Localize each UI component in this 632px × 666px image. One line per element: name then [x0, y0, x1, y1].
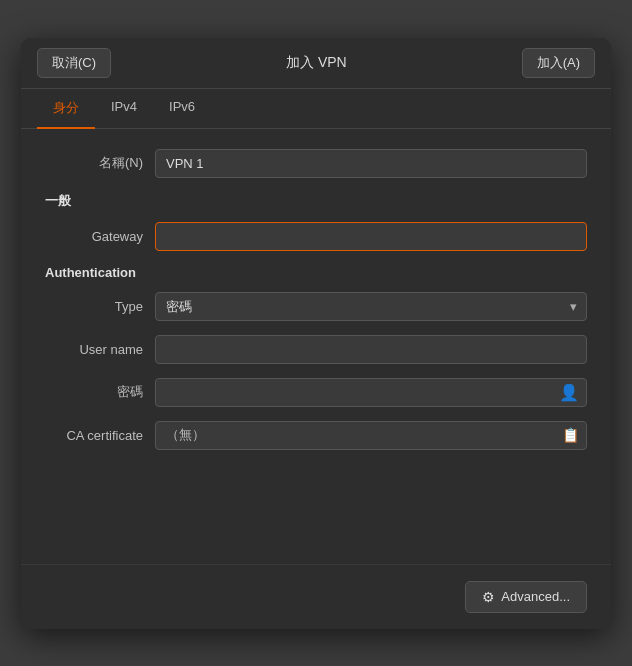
gateway-label: Gateway	[45, 229, 155, 244]
tab-ipv4[interactable]: IPv4	[95, 89, 153, 129]
advanced-button[interactable]: ⚙ Advanced...	[465, 581, 587, 613]
name-label: 名稱(N)	[45, 154, 155, 172]
type-select-wrapper: 密碼 憑證 密碼和憑證	[155, 292, 587, 321]
cancel-button[interactable]: 取消(C)	[37, 48, 111, 78]
password-input[interactable]	[155, 378, 587, 407]
footer: ⚙ Advanced...	[21, 564, 611, 629]
dialog-title: 加入 VPN	[286, 54, 347, 72]
type-row: Type 密碼 憑證 密碼和憑證	[45, 292, 587, 321]
form-content: 名稱(N) 一般 Gateway Authentication Type 密碼 …	[21, 129, 611, 564]
advanced-label: Advanced...	[501, 589, 570, 604]
add-button[interactable]: 加入(A)	[522, 48, 595, 78]
person-icon: 👤	[559, 383, 579, 402]
file-icon: 📋	[562, 427, 579, 443]
general-section-label: 一般	[45, 192, 587, 210]
tab-identity[interactable]: 身分	[37, 89, 95, 129]
ca-label: CA certificate	[45, 428, 155, 443]
username-row: User name	[45, 335, 587, 364]
gateway-input[interactable]	[155, 222, 587, 251]
ca-field-wrapper: 📋	[155, 421, 587, 450]
tab-bar: 身分 IPv4 IPv6	[21, 89, 611, 129]
username-input[interactable]	[155, 335, 587, 364]
name-input[interactable]	[155, 149, 587, 178]
username-label: User name	[45, 342, 155, 357]
password-field-wrapper: 👤	[155, 378, 587, 407]
ca-row: CA certificate 📋	[45, 421, 587, 450]
titlebar: 取消(C) 加入 VPN 加入(A)	[21, 38, 611, 89]
name-row: 名稱(N)	[45, 149, 587, 178]
ca-input[interactable]	[155, 421, 587, 450]
type-label: Type	[45, 299, 155, 314]
spacer	[45, 464, 587, 544]
type-select[interactable]: 密碼 憑證 密碼和憑證	[155, 292, 587, 321]
gear-icon: ⚙	[482, 589, 495, 605]
authentication-section-label: Authentication	[45, 265, 587, 280]
tab-ipv6[interactable]: IPv6	[153, 89, 211, 129]
password-label: 密碼	[45, 383, 155, 401]
password-row: 密碼 👤	[45, 378, 587, 407]
gateway-row: Gateway	[45, 222, 587, 251]
dialog: 取消(C) 加入 VPN 加入(A) 身分 IPv4 IPv6 名稱(N) 一般…	[21, 38, 611, 629]
